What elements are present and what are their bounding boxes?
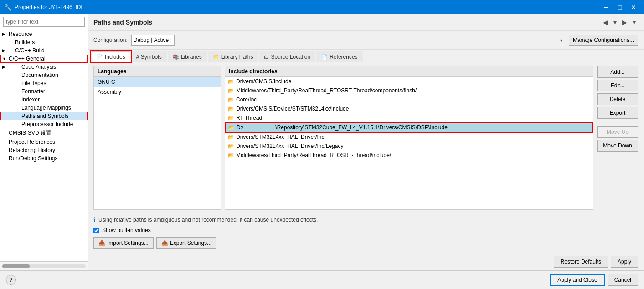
export-button[interactable]: Export xyxy=(597,107,638,119)
tree-toggle-cpp-build: ▶ xyxy=(2,48,9,53)
forward-dropdown-button[interactable]: ▾ xyxy=(630,18,638,27)
footer-row: ? Apply and Close Cancel xyxy=(0,270,644,289)
dir-label-8: Drivers/STM32L4xx_HAL_Driver/Inc/Legacy xyxy=(236,143,343,149)
tab-references-label: References xyxy=(330,54,357,60)
includes-header: Include directories xyxy=(225,66,593,77)
languages-header: Languages xyxy=(94,66,221,77)
folder-icon-6: 📂 xyxy=(228,125,235,131)
tree-item-code-analysis[interactable]: ▶ Code Analysis xyxy=(0,63,88,71)
body-row: ▶ Resource Builders ▶ C/C++ Build ▼ C/C+… xyxy=(0,14,644,270)
app-icon: 🔧 xyxy=(4,4,12,11)
tree-item-project-references[interactable]: Project References xyxy=(0,138,88,146)
dir-label-1: Drivers/CMSIS/Include xyxy=(236,78,291,85)
maximize-button[interactable]: □ xyxy=(613,2,626,13)
export-settings-button[interactable]: 📤 Export Settings... xyxy=(156,237,216,249)
references-tab-icon: 📄 xyxy=(321,54,328,60)
tabs-row: 📄 Includes # Symbols 📚 Libraries 📁 Libra… xyxy=(88,50,644,62)
dir-item-9[interactable]: 📂 Middlewares/Third_Party/RealThread_RTO… xyxy=(225,151,593,160)
tree-item-cpp-build[interactable]: ▶ C/C++ Build xyxy=(0,46,88,55)
scroll-thumb[interactable] xyxy=(2,264,30,268)
tree-item-run-debug[interactable]: Run/Debug Settings xyxy=(0,154,88,162)
move-up-button[interactable]: Move Up xyxy=(597,126,638,138)
dir-item-2[interactable]: 📂 Middlewares/Third_Party/RealThread_RTO… xyxy=(225,86,593,95)
folder-icon-7: 📂 xyxy=(228,134,234,140)
tab-references[interactable]: 📄 References xyxy=(316,51,362,62)
dir-item-6[interactable]: 📂 D:\ \Repository\STM32Cube_FW_L4_V1.15.… xyxy=(225,122,593,132)
tab-includes[interactable]: 📄 Includes xyxy=(92,51,130,62)
manage-configurations-button[interactable]: Manage Configurations... xyxy=(569,35,638,46)
right-panel: Paths and Symbols ◀ ▾ ▶ ▾ Configuration:… xyxy=(88,14,644,270)
apply-button[interactable]: Apply xyxy=(611,256,638,268)
footer-buttons: Apply and Close Cancel xyxy=(550,274,638,286)
export-settings-label: Export Settings... xyxy=(170,240,211,246)
tree-item-paths-and-symbols[interactable]: Paths and Symbols xyxy=(0,112,88,120)
tab-library-paths-label: Library Paths xyxy=(221,54,253,60)
tree-item-refactoring-history[interactable]: Refactoring History xyxy=(0,146,88,154)
tree-item-preprocessor-include[interactable]: Preprocessor Include xyxy=(0,120,88,128)
folder-icon-9: 📂 xyxy=(228,152,234,158)
import-settings-button[interactable]: 📥 Import Settings... xyxy=(93,237,154,249)
filter-input[interactable] xyxy=(3,17,85,27)
cancel-button[interactable]: Cancel xyxy=(608,274,638,286)
tree-toggle-cpp-general: ▼ xyxy=(2,56,9,61)
tree-item-indexer[interactable]: Indexer xyxy=(0,96,88,104)
edit-button[interactable]: Edit... xyxy=(597,80,638,91)
apply-and-close-button[interactable]: Apply and Close xyxy=(550,274,604,286)
dir-item-3[interactable]: 📂 Core/Inc xyxy=(225,95,593,104)
show-builtin-label[interactable]: Show built-in values xyxy=(102,227,151,233)
forward-button[interactable]: ▶ xyxy=(620,18,629,27)
dir-item-7[interactable]: 📂 Drivers/STM32L4xx_HAL_Driver/Inc xyxy=(225,132,593,142)
config-label: Configuration: xyxy=(93,37,128,43)
tree-item-language-mappings[interactable]: Language Mappings xyxy=(0,104,88,112)
help-button[interactable]: ? xyxy=(6,275,16,285)
right-header: Paths and Symbols ◀ ▾ ▶ ▾ xyxy=(88,14,644,31)
folder-icon-8: 📂 xyxy=(228,143,234,149)
info-row: ℹ Using relative paths is ambiguous and … xyxy=(88,213,644,226)
dir-item-4[interactable]: 📂 Drivers/CMSIS/Device/ST/STM32L4xx/Incl… xyxy=(225,104,593,113)
lang-item-gnu-c[interactable]: GNU C xyxy=(94,77,221,87)
checkbox-row: Show built-in values xyxy=(88,226,644,235)
dir-item-5[interactable]: 📂 RT-Thread xyxy=(225,113,593,122)
add-button[interactable]: Add... xyxy=(597,66,638,78)
action-buttons: Add... Edit... Delete Export Move Up Mov… xyxy=(597,66,638,210)
config-select[interactable]: Debug [ Active ] xyxy=(131,35,175,46)
includes-panel: Include directories 📂 Drivers/CMSIS/Incl… xyxy=(225,66,593,210)
tab-source-location[interactable]: 🗂 Source Location xyxy=(259,51,315,62)
dir-item-1[interactable]: 📂 Drivers/CMSIS/Include xyxy=(225,77,593,86)
page-title: Paths and Symbols xyxy=(93,19,152,26)
nav-buttons: ◀ ▾ ▶ ▾ xyxy=(601,18,638,27)
dir-item-8[interactable]: 📂 Drivers/STM32L4xx_HAL_Driver/Inc/Legac… xyxy=(225,142,593,151)
left-scrollbar[interactable] xyxy=(0,261,88,270)
back-button[interactable]: ◀ xyxy=(601,18,610,27)
tree-item-resource[interactable]: ▶ Resource xyxy=(0,30,88,38)
bottom-bar: Restore Defaults Apply xyxy=(88,253,644,270)
tree-item-documentation[interactable]: Documentation xyxy=(0,71,88,79)
config-row: Configuration: Debug [ Active ] Manage C… xyxy=(88,31,644,50)
tab-symbols[interactable]: # Symbols xyxy=(131,51,167,62)
tree-item-cmsis-svd[interactable]: CMSIS-SVD 设置 xyxy=(0,128,88,138)
minimize-button[interactable]: ─ xyxy=(600,2,613,13)
dropdown-button[interactable]: ▾ xyxy=(611,18,619,27)
restore-defaults-button[interactable]: Restore Defaults xyxy=(554,256,608,268)
lang-item-assembly[interactable]: Assembly xyxy=(94,87,221,97)
close-button[interactable]: ✕ xyxy=(627,2,640,13)
export-icon: 📤 xyxy=(161,240,168,246)
dir-label-3: Core/Inc xyxy=(236,96,257,103)
tab-libraries[interactable]: 📚 Libraries xyxy=(168,51,207,62)
tab-library-paths[interactable]: 📁 Library Paths xyxy=(208,51,258,62)
delete-button[interactable]: Delete xyxy=(597,93,638,105)
tab-libraries-label: Libraries xyxy=(181,54,202,60)
dir-label-2: Middlewares/Third_Party/RealThread_RTOSR… xyxy=(236,87,417,94)
tree-item-cpp-general[interactable]: ▼ C/C++ General xyxy=(0,55,88,63)
move-down-button[interactable]: Move Down xyxy=(597,140,638,152)
dir-label-5: RT-Thread xyxy=(236,115,262,121)
tree-item-formatter[interactable]: Formatter xyxy=(0,87,88,96)
languages-panel: Languages GNU C Assembly xyxy=(93,66,221,210)
tree-item-builders[interactable]: Builders xyxy=(0,38,88,46)
tree-item-file-types[interactable]: File Types xyxy=(0,79,88,87)
filter-box xyxy=(0,14,88,30)
show-builtin-checkbox[interactable] xyxy=(93,228,99,233)
folder-icon-4: 📂 xyxy=(228,106,234,112)
import-settings-label: Import Settings... xyxy=(107,240,149,246)
info-text: Using relative paths is ambiguous and no… xyxy=(98,217,318,223)
